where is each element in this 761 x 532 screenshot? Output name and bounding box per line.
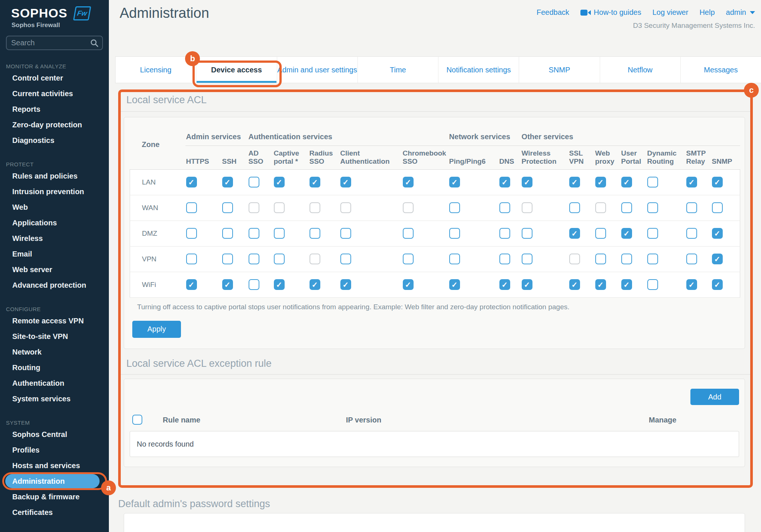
acl-checkbox-wifi-snmp[interactable]: ✓ [712,279,723,290]
acl-checkbox-dmz-ssh[interactable] [222,228,233,239]
acl-checkbox-vpn-client-authentication[interactable] [340,254,351,264]
acl-checkbox-dmz-https[interactable] [186,228,197,239]
acl-checkbox-wan-ping-ping6[interactable] [449,202,460,213]
user-menu[interactable]: admin [726,8,755,17]
acl-checkbox-dmz-wireless-protection[interactable] [522,228,532,239]
acl-checkbox-vpn-ssh[interactable] [222,254,233,264]
apply-button[interactable]: Apply [132,321,181,338]
tab-snmp[interactable]: SNMP [519,57,600,83]
sidebar-item-network[interactable]: Network [0,344,109,360]
link-feedback[interactable]: Feedback [537,8,569,17]
sidebar-item-rules-and-policies[interactable]: Rules and policies [0,168,109,184]
acl-checkbox-lan-user-portal[interactable]: ✓ [621,177,632,187]
acl-checkbox-wan-snmp[interactable] [712,202,723,213]
sidebar-item-backup-firmware[interactable]: Backup & firmware [0,489,109,505]
sidebar-item-zero-day-protection[interactable]: Zero-day protection [0,117,109,133]
tab-device-access[interactable]: Device accessb [196,57,277,83]
sidebar-item-remote-access-vpn[interactable]: Remote access VPN [0,313,109,329]
acl-checkbox-lan-ssl-vpn[interactable]: ✓ [569,177,580,187]
acl-checkbox-vpn-snmp[interactable]: ✓ [712,254,723,264]
acl-checkbox-dmz-dns[interactable] [499,228,510,239]
acl-checkbox-wifi-user-portal[interactable]: ✓ [621,279,632,290]
acl-checkbox-vpn-https[interactable] [186,254,197,264]
tab-netflow[interactable]: Netflow [600,57,681,83]
acl-checkbox-lan-dns[interactable]: ✓ [499,177,510,187]
acl-checkbox-wifi-web-proxy[interactable]: ✓ [595,279,606,290]
acl-checkbox-dmz-user-portal[interactable]: ✓ [621,228,632,239]
acl-checkbox-wan-ssl-vpn[interactable] [569,202,580,213]
sidebar-item-advanced-protection[interactable]: Advanced protection [0,277,109,293]
acl-checkbox-vpn-ping-ping6[interactable] [449,254,460,264]
acl-checkbox-dmz-ping-ping6[interactable] [449,228,460,239]
acl-checkbox-vpn-dns[interactable] [499,254,510,264]
sidebar-item-diagnostics[interactable]: Diagnostics [0,133,109,148]
acl-checkbox-lan-wireless-protection[interactable]: ✓ [522,177,532,187]
add-button[interactable]: Add [690,389,739,405]
sidebar-item-site-to-site-vpn[interactable]: Site-to-site VPN [0,329,109,344]
acl-checkbox-wifi-chromebook-sso[interactable]: ✓ [403,279,414,290]
tab-messages[interactable]: Messages [681,57,761,83]
acl-checkbox-wifi-ping-ping6[interactable]: ✓ [449,279,460,290]
acl-checkbox-vpn-captive-portal[interactable] [274,254,285,264]
sidebar-item-profiles[interactable]: Profiles [0,442,109,458]
acl-checkbox-vpn-user-portal[interactable] [621,254,632,264]
sidebar-item-applications[interactable]: Applications [0,215,109,231]
link-help[interactable]: Help [699,8,715,17]
acl-checkbox-lan-chromebook-sso[interactable]: ✓ [403,177,414,187]
acl-checkbox-lan-https[interactable]: ✓ [186,177,197,187]
acl-checkbox-wifi-smtp-relay[interactable]: ✓ [686,279,697,290]
acl-checkbox-vpn-chromebook-sso[interactable] [403,254,414,264]
sidebar-item-control-center[interactable]: Control center [0,70,109,86]
acl-checkbox-wifi-dns[interactable]: ✓ [499,279,510,290]
acl-checkbox-wifi-captive-portal[interactable]: ✓ [274,279,285,290]
acl-checkbox-lan-ssh[interactable]: ✓ [222,177,233,187]
search-input[interactable] [11,39,90,47]
sidebar-item-wireless[interactable]: Wireless [0,231,109,246]
sidebar-item-routing[interactable]: Routing [0,360,109,375]
acl-checkbox-dmz-captive-portal[interactable] [274,228,285,239]
acl-checkbox-wan-https[interactable] [186,202,197,213]
sidebar-item-current-activities[interactable]: Current activities [0,86,109,101]
tab-notification-settings[interactable]: Notification settings [438,57,519,83]
acl-checkbox-dmz-radius-sso[interactable] [310,228,320,239]
sidebar-item-email[interactable]: Email [0,246,109,262]
sidebar-item-web-server[interactable]: Web server [0,262,109,277]
acl-checkbox-dmz-smtp-relay[interactable] [686,228,697,239]
select-all-checkbox[interactable] [132,415,142,425]
acl-checkbox-vpn-smtp-relay[interactable] [686,254,697,264]
acl-checkbox-lan-web-proxy[interactable]: ✓ [595,177,606,187]
acl-checkbox-wifi-ad-sso[interactable] [249,279,259,290]
acl-checkbox-dmz-ssl-vpn[interactable]: ✓ [569,228,580,239]
tab-admin-and-user-settings[interactable]: Admin and user settings [277,57,358,83]
sidebar-item-authentication[interactable]: Authentication [0,375,109,391]
sidebar-item-system-services[interactable]: System services [0,391,109,407]
acl-checkbox-vpn-dynamic-routing[interactable] [647,254,658,264]
tab-time[interactable]: Time [358,57,438,83]
acl-checkbox-lan-smtp-relay[interactable]: ✓ [686,177,697,187]
acl-checkbox-wan-ssh[interactable] [222,202,233,213]
acl-checkbox-wifi-client-authentication[interactable]: ✓ [340,279,351,290]
acl-checkbox-lan-ad-sso[interactable] [249,177,259,187]
acl-checkbox-vpn-ad-sso[interactable] [249,254,259,264]
link-log-viewer[interactable]: Log viewer [652,8,689,17]
acl-checkbox-wifi-dynamic-routing[interactable] [647,279,658,290]
acl-checkbox-wifi-https[interactable]: ✓ [186,279,197,290]
acl-checkbox-wan-user-portal[interactable] [621,202,632,213]
sidebar-item-certificates[interactable]: Certificates [0,505,109,520]
acl-checkbox-wan-dynamic-routing[interactable] [647,202,658,213]
acl-checkbox-wifi-radius-sso[interactable]: ✓ [310,279,320,290]
acl-checkbox-dmz-snmp[interactable]: ✓ [712,228,723,239]
acl-checkbox-wifi-wireless-protection[interactable]: ✓ [522,279,532,290]
acl-checkbox-dmz-client-authentication[interactable] [340,228,351,239]
sidebar-item-reports[interactable]: Reports [0,101,109,117]
sidebar-item-sophos-central[interactable]: Sophos Central [0,427,109,442]
acl-checkbox-dmz-dynamic-routing[interactable] [647,228,658,239]
sidebar-item-hosts-and-services[interactable]: Hosts and services [0,458,109,473]
acl-checkbox-wifi-ssh[interactable]: ✓ [222,279,233,290]
sidebar-item-web[interactable]: Web [0,199,109,215]
acl-checkbox-lan-dynamic-routing[interactable] [647,177,658,187]
acl-checkbox-wan-dns[interactable] [499,202,510,213]
tab-licensing[interactable]: Licensing [116,57,196,83]
sidebar-item-administration[interactable]: Administrationa [5,474,100,488]
acl-checkbox-dmz-ad-sso[interactable] [249,228,259,239]
